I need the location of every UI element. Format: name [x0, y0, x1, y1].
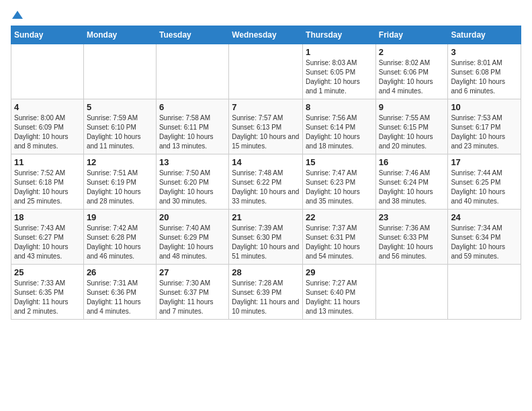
day-info: Sunrise: 7:39 AM Sunset: 6:30 PM Dayligh… [232, 224, 300, 261]
column-header-sunday: Sunday [11, 26, 84, 44]
day-number: 25 [14, 267, 81, 277]
day-number: 3 [451, 47, 518, 57]
column-header-tuesday: Tuesday [156, 26, 228, 44]
column-header-thursday: Thursday [303, 26, 376, 44]
calendar-cell: 24Sunrise: 7:34 AM Sunset: 6:34 PM Dayli… [448, 210, 521, 265]
column-header-monday: Monday [83, 26, 156, 44]
day-number: 10 [451, 102, 518, 112]
calendar-cell: 3Sunrise: 8:01 AM Sunset: 6:08 PM Daylig… [448, 44, 521, 99]
day-number: 6 [159, 102, 226, 112]
day-number: 11 [14, 157, 81, 167]
calendar-table: SundayMondayTuesdayWednesdayThursdayFrid… [11, 26, 521, 320]
day-info: Sunrise: 7:27 AM Sunset: 6:40 PM Dayligh… [306, 279, 373, 316]
calendar-week-row: 18Sunrise: 7:43 AM Sunset: 6:27 PM Dayli… [11, 210, 521, 265]
day-info: Sunrise: 7:31 AM Sunset: 6:36 PM Dayligh… [87, 279, 153, 316]
day-info: Sunrise: 8:02 AM Sunset: 6:06 PM Dayligh… [379, 58, 445, 96]
day-info: Sunrise: 7:46 AM Sunset: 6:24 PM Dayligh… [379, 169, 445, 206]
day-number: 22 [306, 212, 373, 222]
day-number: 20 [159, 212, 226, 222]
calendar-cell: 13Sunrise: 7:50 AM Sunset: 6:20 PM Dayli… [156, 154, 228, 210]
column-header-saturday: Saturday [448, 26, 521, 44]
day-info: Sunrise: 7:28 AM Sunset: 6:39 PM Dayligh… [232, 279, 300, 316]
calendar-cell: 17Sunrise: 7:44 AM Sunset: 6:25 PM Dayli… [448, 154, 521, 210]
calendar-cell: 20Sunrise: 7:40 AM Sunset: 6:29 PM Dayli… [156, 210, 228, 265]
day-number: 1 [306, 47, 373, 57]
day-number: 16 [379, 157, 445, 167]
calendar-cell: 8Sunrise: 7:56 AM Sunset: 6:14 PM Daylig… [303, 99, 376, 154]
day-info: Sunrise: 7:40 AM Sunset: 6:29 PM Dayligh… [159, 224, 226, 261]
logo [11, 11, 23, 20]
day-number: 2 [379, 47, 445, 57]
calendar-cell: 15Sunrise: 7:47 AM Sunset: 6:23 PM Dayli… [303, 154, 376, 210]
calendar-cell: 2Sunrise: 8:02 AM Sunset: 6:06 PM Daylig… [375, 44, 448, 99]
day-info: Sunrise: 7:58 AM Sunset: 6:11 PM Dayligh… [159, 113, 226, 151]
calendar-cell: 28Sunrise: 7:28 AM Sunset: 6:39 PM Dayli… [229, 265, 303, 320]
day-info: Sunrise: 7:59 AM Sunset: 6:10 PM Dayligh… [87, 113, 153, 151]
calendar-cell: 14Sunrise: 7:48 AM Sunset: 6:22 PM Dayli… [229, 154, 303, 210]
day-number: 28 [232, 267, 300, 277]
calendar-cell: 9Sunrise: 7:55 AM Sunset: 6:15 PM Daylig… [375, 99, 448, 154]
day-info: Sunrise: 7:48 AM Sunset: 6:22 PM Dayligh… [232, 169, 300, 206]
calendar-header-row: SundayMondayTuesdayWednesdayThursdayFrid… [11, 26, 521, 44]
calendar-cell: 29Sunrise: 7:27 AM Sunset: 6:40 PM Dayli… [303, 265, 376, 320]
day-info: Sunrise: 7:56 AM Sunset: 6:14 PM Dayligh… [306, 113, 373, 151]
day-number: 18 [14, 212, 81, 222]
logo-triangle-icon [12, 9, 23, 20]
svg-marker-0 [12, 11, 23, 19]
calendar-cell: 4Sunrise: 8:00 AM Sunset: 6:09 PM Daylig… [11, 99, 84, 154]
day-info: Sunrise: 7:47 AM Sunset: 6:23 PM Dayligh… [306, 169, 373, 206]
calendar-cell [156, 44, 228, 99]
day-info: Sunrise: 7:30 AM Sunset: 6:37 PM Dayligh… [159, 279, 226, 316]
page-header [11, 11, 521, 20]
calendar-cell: 16Sunrise: 7:46 AM Sunset: 6:24 PM Dayli… [375, 154, 448, 210]
calendar-cell [448, 265, 521, 320]
calendar-cell: 21Sunrise: 7:39 AM Sunset: 6:30 PM Dayli… [229, 210, 303, 265]
calendar-cell: 6Sunrise: 7:58 AM Sunset: 6:11 PM Daylig… [156, 99, 228, 154]
day-info: Sunrise: 7:44 AM Sunset: 6:25 PM Dayligh… [451, 169, 518, 206]
calendar-cell: 12Sunrise: 7:51 AM Sunset: 6:19 PM Dayli… [83, 154, 156, 210]
calendar-cell: 22Sunrise: 7:37 AM Sunset: 6:31 PM Dayli… [303, 210, 376, 265]
calendar-week-row: 1Sunrise: 8:03 AM Sunset: 6:05 PM Daylig… [11, 44, 521, 99]
day-number: 15 [306, 157, 373, 167]
day-number: 29 [306, 267, 373, 277]
calendar-cell [83, 44, 156, 99]
day-info: Sunrise: 7:57 AM Sunset: 6:13 PM Dayligh… [232, 113, 300, 151]
day-number: 27 [159, 267, 226, 277]
day-info: Sunrise: 7:53 AM Sunset: 6:17 PM Dayligh… [451, 113, 518, 151]
calendar-week-row: 11Sunrise: 7:52 AM Sunset: 6:18 PM Dayli… [11, 154, 521, 210]
day-number: 26 [87, 267, 153, 277]
day-info: Sunrise: 7:55 AM Sunset: 6:15 PM Dayligh… [379, 113, 445, 151]
calendar-cell [11, 44, 84, 99]
day-info: Sunrise: 7:52 AM Sunset: 6:18 PM Dayligh… [14, 169, 81, 206]
calendar-cell: 23Sunrise: 7:36 AM Sunset: 6:33 PM Dayli… [375, 210, 448, 265]
day-info: Sunrise: 8:03 AM Sunset: 6:05 PM Dayligh… [306, 58, 373, 96]
day-number: 14 [232, 157, 300, 167]
day-info: Sunrise: 7:34 AM Sunset: 6:34 PM Dayligh… [451, 224, 518, 261]
calendar-cell: 1Sunrise: 8:03 AM Sunset: 6:05 PM Daylig… [303, 44, 376, 99]
calendar-cell: 26Sunrise: 7:31 AM Sunset: 6:36 PM Dayli… [83, 265, 156, 320]
day-number: 23 [379, 212, 445, 222]
day-number: 5 [87, 102, 153, 112]
day-info: Sunrise: 7:50 AM Sunset: 6:20 PM Dayligh… [159, 169, 226, 206]
calendar-cell: 25Sunrise: 7:33 AM Sunset: 6:35 PM Dayli… [11, 265, 84, 320]
day-info: Sunrise: 8:00 AM Sunset: 6:09 PM Dayligh… [14, 113, 81, 151]
calendar-week-row: 25Sunrise: 7:33 AM Sunset: 6:35 PM Dayli… [11, 265, 521, 320]
day-number: 13 [159, 157, 226, 167]
day-info: Sunrise: 7:36 AM Sunset: 6:33 PM Dayligh… [379, 224, 445, 261]
calendar-cell: 7Sunrise: 7:57 AM Sunset: 6:13 PM Daylig… [229, 99, 303, 154]
calendar-cell: 27Sunrise: 7:30 AM Sunset: 6:37 PM Dayli… [156, 265, 228, 320]
day-info: Sunrise: 7:37 AM Sunset: 6:31 PM Dayligh… [306, 224, 373, 261]
calendar-cell: 11Sunrise: 7:52 AM Sunset: 6:18 PM Dayli… [11, 154, 84, 210]
day-number: 21 [232, 212, 300, 222]
day-info: Sunrise: 7:33 AM Sunset: 6:35 PM Dayligh… [14, 279, 81, 316]
day-number: 7 [232, 102, 300, 112]
day-number: 24 [451, 212, 518, 222]
day-info: Sunrise: 7:42 AM Sunset: 6:28 PM Dayligh… [87, 224, 153, 261]
day-number: 19 [87, 212, 153, 222]
column-header-friday: Friday [375, 26, 448, 44]
day-info: Sunrise: 7:51 AM Sunset: 6:19 PM Dayligh… [87, 169, 153, 206]
day-info: Sunrise: 7:43 AM Sunset: 6:27 PM Dayligh… [14, 224, 81, 261]
calendar-cell: 18Sunrise: 7:43 AM Sunset: 6:27 PM Dayli… [11, 210, 84, 265]
calendar-cell: 10Sunrise: 7:53 AM Sunset: 6:17 PM Dayli… [448, 99, 521, 154]
calendar-cell [229, 44, 303, 99]
